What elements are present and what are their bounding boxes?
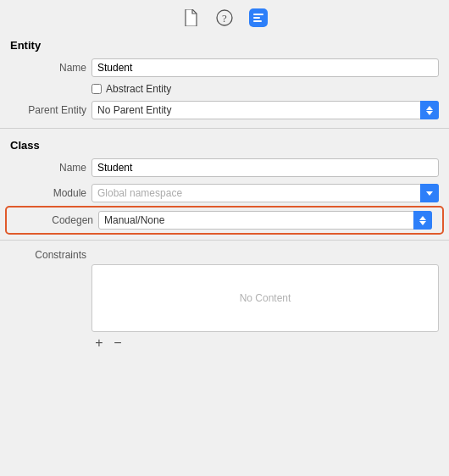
- constraints-section: Constraints No Content + −: [0, 246, 449, 476]
- module-select-wrap: Global namespace: [91, 184, 439, 202]
- codegen-row: Codegen Manual/None Class Definition Cat…: [5, 206, 444, 235]
- codegen-select[interactable]: Manual/None Class Definition Category/Ex…: [98, 211, 432, 230]
- module-label: Module: [10, 187, 86, 199]
- svg-rect-5: [253, 20, 262, 22]
- add-constraint-button[interactable]: +: [91, 335, 107, 351]
- divider-2: [0, 240, 449, 241]
- codegen-select-wrap: Manual/None Class Definition Category/Ex…: [98, 211, 432, 230]
- svg-text:?: ?: [222, 12, 227, 25]
- divider-1: [0, 128, 449, 129]
- class-name-input[interactable]: [91, 158, 439, 177]
- help-icon[interactable]: ?: [215, 8, 234, 27]
- parent-entity-select-wrap: No Parent Entity: [91, 101, 439, 119]
- entity-name-label: Name: [10, 62, 86, 74]
- class-section-header: Class: [0, 134, 449, 155]
- parent-entity-label: Parent Entity: [10, 104, 86, 116]
- constraints-label: Constraints: [10, 249, 86, 261]
- class-name-label: Name: [10, 162, 86, 174]
- no-content-label: No Content: [240, 292, 291, 304]
- entity-section-header: Entity: [0, 34, 449, 55]
- file-icon[interactable]: [181, 8, 200, 27]
- toolbar: ?: [0, 0, 449, 34]
- remove-constraint-button[interactable]: −: [110, 335, 125, 351]
- parent-entity-row: Parent Entity No Parent Entity: [0, 97, 449, 123]
- codegen-label: Codegen: [17, 214, 93, 226]
- constraints-buttons: + −: [91, 335, 439, 351]
- module-select[interactable]: Global namespace: [91, 184, 439, 202]
- constraints-header-row: Constraints: [0, 246, 449, 264]
- module-row: Module Global namespace: [0, 180, 449, 206]
- abstract-entity-row: Abstract Entity: [0, 80, 449, 97]
- abstract-entity-checkbox[interactable]: [91, 84, 102, 94]
- parent-entity-select[interactable]: No Parent Entity: [91, 101, 439, 119]
- inspector-panel: ? Entity Name Abstract Entity Parent Ent…: [0, 0, 449, 476]
- entity-name-row: Name: [0, 55, 449, 80]
- svg-rect-3: [253, 14, 263, 15]
- inspect-icon[interactable]: [249, 8, 268, 27]
- constraints-content-area: No Content: [91, 264, 439, 332]
- entity-name-input[interactable]: [91, 58, 439, 77]
- abstract-entity-label: Abstract Entity: [106, 83, 171, 95]
- class-name-row: Name: [0, 155, 449, 180]
- svg-rect-4: [253, 17, 260, 19]
